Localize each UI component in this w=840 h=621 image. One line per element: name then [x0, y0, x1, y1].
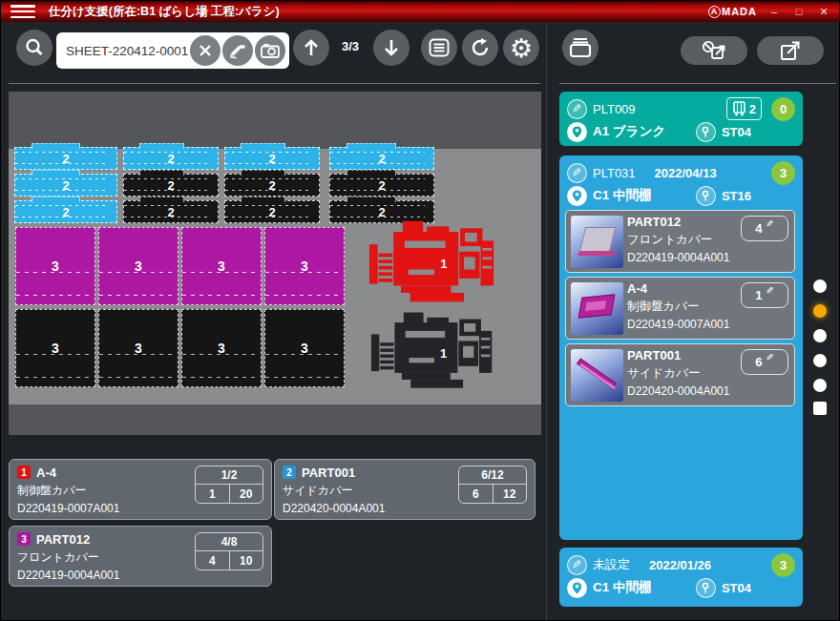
part-code: D220419-0004A001 — [17, 569, 263, 582]
sheet-part[interactable]: 2 — [14, 200, 117, 223]
sheet-part[interactable]: 3 — [98, 227, 178, 305]
edit-pallet-button[interactable]: ✎ — [567, 99, 587, 119]
part-progress: 4/8 — [196, 533, 262, 551]
search-button[interactable] — [16, 30, 52, 66]
part-thumbnail — [571, 282, 623, 335]
location-pin-icon — [567, 122, 587, 142]
sheet-part[interactable]: 3 — [264, 309, 345, 387]
pencil-icon: ✎ — [572, 558, 581, 571]
page-dot[interactable] — [813, 354, 827, 367]
sheet-part[interactable]: 2 — [329, 174, 434, 197]
sheet-part[interactable]: 3 — [15, 309, 95, 387]
refresh-button[interactable] — [462, 30, 498, 66]
sheet-part[interactable]: 2 — [224, 147, 320, 170]
pallet-date: 2022/04/13 — [655, 166, 717, 180]
pencil-icon: ✎ — [766, 285, 773, 296]
maximize-button[interactable]: □ — [791, 7, 807, 17]
minimize-button[interactable]: – — [766, 7, 782, 17]
page-dot-active[interactable] — [813, 304, 827, 318]
sheet-part[interactable]: 2 — [14, 147, 117, 170]
clear-search-button[interactable] — [190, 35, 220, 66]
station-icon — [696, 122, 716, 142]
pallet-card[interactable]: ✎ 未設定 2022/01/26 3 C1 中間棚 ST04 — [559, 548, 803, 607]
sheet-part[interactable]: 2 — [123, 200, 219, 223]
search-field-group — [56, 32, 289, 69]
close-button[interactable]: ✕ — [816, 7, 831, 17]
pallet-date: 2022/01/26 — [649, 558, 711, 572]
sheet-part[interactable]: 3 — [15, 227, 95, 305]
page-dot[interactable] — [813, 379, 827, 392]
pallet-id: 未設定 — [593, 556, 630, 573]
sheet-page-indicator: 3/3 — [333, 39, 368, 53]
sheet-part[interactable]: 2 — [329, 147, 434, 170]
window-title: 仕分け支援(所在:B1 ばらし場 工程:バラシ) — [49, 4, 280, 20]
pallet-station: ST04 — [722, 581, 751, 595]
page-dot[interactable] — [813, 329, 827, 342]
sheet-part[interactable]: 2 — [14, 174, 117, 197]
sheet-part[interactable]: 2 — [123, 174, 219, 197]
page-square[interactable] — [813, 402, 827, 415]
part-progress-box: 1/2 1 20 — [195, 466, 263, 504]
right-separator — [559, 83, 836, 84]
pallet-id: PLT031 — [593, 166, 636, 180]
prev-sheet-button[interactable] — [293, 30, 329, 66]
settings-button[interactable]: ⚙ — [503, 30, 539, 66]
sheet-part[interactable]: 3 — [181, 309, 262, 387]
sheet-part[interactable]: 2 — [224, 174, 320, 197]
next-sheet-button[interactable] — [373, 30, 410, 66]
item-qty: 1 — [755, 288, 762, 302]
cart-icon — [732, 101, 746, 116]
item-qty-button[interactable]: 4 ✎ — [741, 216, 788, 241]
search-input[interactable] — [66, 44, 188, 58]
sheet-part[interactable]: 2 — [123, 147, 219, 170]
part-summary-card[interactable]: 3 PART012 フロントカバー D220419-0004A001 4/8 4… — [9, 526, 272, 587]
camera-search-button[interactable] — [255, 35, 285, 66]
sheet-part[interactable]: 3 — [181, 227, 262, 305]
pallet-list-button[interactable] — [562, 30, 598, 66]
sheet-part[interactable]: 1 — [368, 217, 497, 307]
part-name: A-4 — [36, 466, 56, 480]
item-qty-button[interactable]: 1 ✎ — [741, 282, 788, 308]
part-done-count: 4 — [196, 551, 230, 569]
part-name: PART012 — [36, 532, 90, 547]
part-progress-box: 4/8 4 10 — [195, 532, 263, 570]
page-dot[interactable] — [813, 279, 827, 293]
item-code: D220419-0007A001 — [627, 318, 788, 331]
part-number-badge: 3 — [17, 532, 31, 546]
pallet-station: ST04 — [722, 125, 751, 139]
sheet-part[interactable]: 3 — [98, 309, 178, 387]
sheet-part[interactable]: 2 — [224, 200, 320, 223]
amada-logo: A MADA — [708, 6, 757, 18]
menu-icon[interactable] — [10, 5, 35, 18]
bend-part-search-button[interactable] — [222, 35, 253, 66]
part-summary-card[interactable]: 2 PART001 サイドカバー D220420-0004A001 6/12 6… — [274, 459, 536, 520]
content: 3/3 ⚙ 2 2 2 2 2 2 — [1, 22, 839, 620]
part-summary-card[interactable]: 1 A-4 制御盤カバー D220419-0007A001 1/2 1 20 — [9, 459, 272, 520]
export-disabled-button[interactable] — [681, 36, 747, 65]
part-code: D220419-0007A001 — [17, 502, 263, 515]
left-separator — [9, 83, 540, 84]
gear-icon: ⚙ — [510, 35, 533, 61]
pallet-part-item[interactable]: A-4 制御盤カバー D220419-0007A001 1 ✎ — [565, 277, 795, 340]
pallet-card[interactable]: ✎ PLT031 2022/04/13 3 C1 中間棚 ST16 — [559, 155, 803, 540]
complex-part-shape — [369, 309, 495, 393]
pallet-card[interactable]: ✎ PLT009 2 0 A1 ブランク — [559, 92, 803, 146]
sheet-canvas[interactable]: 2 2 2 2 2 2 2 2 2 2 2 2 3 3 3 3 3 3 3 3 — [9, 92, 541, 435]
item-qty-button[interactable]: 6 ✎ — [741, 349, 788, 375]
export-button[interactable] — [757, 36, 824, 65]
list-view-button[interactable] — [421, 30, 457, 66]
sheet-part[interactable]: 3 — [264, 227, 345, 305]
edit-pallet-button[interactable]: ✎ — [567, 555, 587, 575]
part-total-count: 20 — [230, 485, 263, 503]
no-export-icon — [701, 40, 727, 61]
pallet-part-item[interactable]: PART001 サイドカバー D220420-0004A001 6 ✎ — [565, 343, 795, 406]
pallet-part-item[interactable]: PART012 フロントカバー D220419-0004A001 4 ✎ — [565, 210, 795, 273]
pencil-icon: ✎ — [766, 218, 773, 229]
complex-part-shape — [368, 217, 497, 307]
sheet-part[interactable]: 1 — [369, 309, 495, 393]
pallet-count-badge: 3 — [771, 553, 795, 577]
edit-pallet-button[interactable]: ✎ — [567, 163, 587, 183]
amada-logo-text: MADA — [722, 6, 757, 17]
item-code: D220419-0004A001 — [627, 251, 788, 264]
search-icon — [24, 37, 45, 58]
